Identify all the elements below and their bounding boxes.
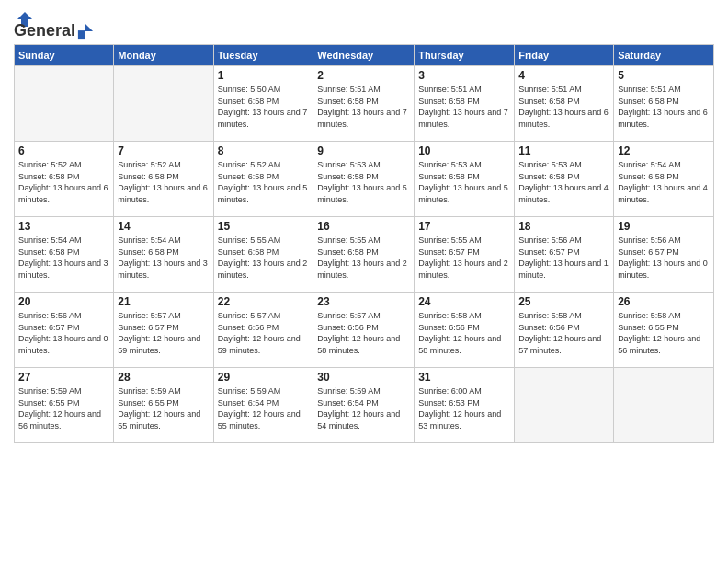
day-number: 17 bbox=[418, 220, 510, 233]
day-info: Sunrise: 5:54 AMSunset: 6:58 PMDaylight:… bbox=[618, 159, 710, 205]
calendar-cell: 25Sunrise: 5:58 AMSunset: 6:56 PMDayligh… bbox=[515, 293, 614, 368]
day-number: 16 bbox=[317, 220, 410, 233]
calendar-cell: 28Sunrise: 5:59 AMSunset: 6:55 PMDayligh… bbox=[114, 368, 213, 443]
calendar-cell: 29Sunrise: 5:59 AMSunset: 6:54 PMDayligh… bbox=[213, 368, 313, 443]
day-number: 23 bbox=[317, 295, 410, 308]
day-info: Sunrise: 5:56 AMSunset: 6:57 PMDaylight:… bbox=[618, 235, 710, 281]
day-info: Sunrise: 5:54 AMSunset: 6:58 PMDaylight:… bbox=[18, 235, 109, 281]
day-number: 12 bbox=[618, 144, 710, 157]
calendar-cell: 19Sunrise: 5:56 AMSunset: 6:57 PMDayligh… bbox=[614, 217, 714, 293]
day-number: 18 bbox=[518, 220, 609, 233]
svg-marker-1 bbox=[85, 23, 93, 30]
page-container: General SundayMondayTuesdayWednesdayThur… bbox=[0, 0, 728, 563]
column-header-thursday: Thursday bbox=[415, 45, 515, 66]
day-number: 7 bbox=[118, 144, 209, 157]
day-info: Sunrise: 5:57 AMSunset: 6:57 PMDaylight:… bbox=[118, 310, 209, 356]
logo: General bbox=[14, 9, 96, 37]
day-number: 11 bbox=[518, 144, 609, 157]
calendar-cell: 27Sunrise: 5:59 AMSunset: 6:55 PMDayligh… bbox=[15, 368, 114, 443]
day-number: 2 bbox=[317, 69, 410, 82]
day-info: Sunrise: 5:51 AMSunset: 6:58 PMDaylight:… bbox=[418, 84, 510, 130]
day-info: Sunrise: 5:58 AMSunset: 6:56 PMDaylight:… bbox=[518, 310, 609, 356]
calendar-cell: 23Sunrise: 5:57 AMSunset: 6:56 PMDayligh… bbox=[313, 293, 415, 368]
calendar-week-row: 27Sunrise: 5:59 AMSunset: 6:55 PMDayligh… bbox=[15, 368, 714, 443]
day-info: Sunrise: 5:57 AMSunset: 6:56 PMDaylight:… bbox=[317, 310, 410, 356]
day-number: 9 bbox=[317, 144, 410, 157]
svg-rect-2 bbox=[78, 30, 85, 39]
day-info: Sunrise: 5:51 AMSunset: 6:58 PMDaylight:… bbox=[518, 84, 609, 130]
day-info: Sunrise: 5:53 AMSunset: 6:58 PMDaylight:… bbox=[418, 159, 510, 205]
calendar-cell: 2Sunrise: 5:51 AMSunset: 6:58 PMDaylight… bbox=[313, 66, 415, 142]
calendar-cell: 22Sunrise: 5:57 AMSunset: 6:56 PMDayligh… bbox=[213, 293, 313, 368]
calendar-cell: 14Sunrise: 5:54 AMSunset: 6:58 PMDayligh… bbox=[114, 217, 213, 293]
calendar-cell bbox=[114, 66, 213, 142]
calendar-week-row: 20Sunrise: 5:56 AMSunset: 6:57 PMDayligh… bbox=[15, 293, 714, 368]
column-header-friday: Friday bbox=[515, 45, 614, 66]
calendar-cell: 30Sunrise: 5:59 AMSunset: 6:54 PMDayligh… bbox=[313, 368, 415, 443]
header: General bbox=[14, 9, 714, 37]
column-header-saturday: Saturday bbox=[614, 45, 714, 66]
day-info: Sunrise: 5:59 AMSunset: 6:55 PMDaylight:… bbox=[18, 385, 109, 431]
logo-general-line2: General bbox=[14, 21, 75, 40]
day-number: 28 bbox=[118, 371, 209, 384]
column-header-wednesday: Wednesday bbox=[313, 45, 415, 66]
calendar-cell: 24Sunrise: 5:58 AMSunset: 6:56 PMDayligh… bbox=[415, 293, 515, 368]
day-number: 4 bbox=[518, 69, 609, 82]
calendar-cell: 3Sunrise: 5:51 AMSunset: 6:58 PMDaylight… bbox=[415, 66, 515, 142]
day-info: Sunrise: 5:55 AMSunset: 6:57 PMDaylight:… bbox=[418, 235, 510, 281]
calendar-cell: 15Sunrise: 5:55 AMSunset: 6:58 PMDayligh… bbox=[213, 217, 313, 293]
day-number: 20 bbox=[18, 295, 109, 308]
day-info: Sunrise: 5:53 AMSunset: 6:58 PMDaylight:… bbox=[518, 159, 609, 205]
day-info: Sunrise: 5:59 AMSunset: 6:54 PMDaylight:… bbox=[317, 385, 410, 431]
calendar-cell: 4Sunrise: 5:51 AMSunset: 6:58 PMDaylight… bbox=[515, 66, 614, 142]
calendar-cell: 7Sunrise: 5:52 AMSunset: 6:58 PMDaylight… bbox=[114, 142, 213, 217]
day-info: Sunrise: 5:54 AMSunset: 6:58 PMDaylight:… bbox=[118, 235, 209, 281]
day-info: Sunrise: 5:55 AMSunset: 6:58 PMDaylight:… bbox=[218, 235, 310, 281]
day-info: Sunrise: 5:51 AMSunset: 6:58 PMDaylight:… bbox=[618, 84, 710, 130]
day-number: 10 bbox=[418, 144, 510, 157]
day-info: Sunrise: 5:57 AMSunset: 6:56 PMDaylight:… bbox=[218, 310, 310, 356]
day-number: 26 bbox=[618, 295, 710, 308]
day-info: Sunrise: 5:50 AMSunset: 6:58 PMDaylight:… bbox=[218, 84, 310, 130]
day-number: 29 bbox=[218, 371, 310, 384]
calendar-cell: 17Sunrise: 5:55 AMSunset: 6:57 PMDayligh… bbox=[415, 217, 515, 293]
day-info: Sunrise: 5:58 AMSunset: 6:55 PMDaylight:… bbox=[618, 310, 710, 356]
day-number: 27 bbox=[18, 371, 109, 384]
day-number: 1 bbox=[218, 69, 310, 82]
calendar-cell: 21Sunrise: 5:57 AMSunset: 6:57 PMDayligh… bbox=[114, 293, 213, 368]
calendar-week-row: 13Sunrise: 5:54 AMSunset: 6:58 PMDayligh… bbox=[15, 217, 714, 293]
day-info: Sunrise: 5:53 AMSunset: 6:58 PMDaylight:… bbox=[317, 159, 410, 205]
column-header-tuesday: Tuesday bbox=[213, 45, 313, 66]
day-info: Sunrise: 5:55 AMSunset: 6:58 PMDaylight:… bbox=[317, 235, 410, 281]
day-number: 21 bbox=[118, 295, 209, 308]
day-info: Sunrise: 6:00 AMSunset: 6:53 PMDaylight:… bbox=[418, 385, 510, 431]
calendar-body: 1Sunrise: 5:50 AMSunset: 6:58 PMDaylight… bbox=[15, 66, 714, 443]
day-number: 24 bbox=[418, 295, 510, 308]
day-number: 31 bbox=[418, 371, 510, 384]
day-info: Sunrise: 5:56 AMSunset: 6:57 PMDaylight:… bbox=[18, 310, 109, 356]
calendar-cell: 16Sunrise: 5:55 AMSunset: 6:58 PMDayligh… bbox=[313, 217, 415, 293]
calendar-cell: 5Sunrise: 5:51 AMSunset: 6:58 PMDaylight… bbox=[614, 66, 714, 142]
day-info: Sunrise: 5:58 AMSunset: 6:56 PMDaylight:… bbox=[418, 310, 510, 356]
column-header-monday: Monday bbox=[114, 45, 213, 66]
calendar-cell bbox=[614, 368, 714, 443]
calendar-cell: 20Sunrise: 5:56 AMSunset: 6:57 PMDayligh… bbox=[15, 293, 114, 368]
day-number: 25 bbox=[518, 295, 609, 308]
day-info: Sunrise: 5:59 AMSunset: 6:54 PMDaylight:… bbox=[218, 385, 310, 431]
day-number: 15 bbox=[218, 220, 310, 233]
calendar-cell: 9Sunrise: 5:53 AMSunset: 6:58 PMDaylight… bbox=[313, 142, 415, 217]
calendar-cell: 12Sunrise: 5:54 AMSunset: 6:58 PMDayligh… bbox=[614, 142, 714, 217]
logo-flag-icon bbox=[77, 23, 94, 40]
calendar-cell: 31Sunrise: 6:00 AMSunset: 6:53 PMDayligh… bbox=[415, 368, 515, 443]
day-number: 22 bbox=[218, 295, 310, 308]
day-number: 8 bbox=[218, 144, 310, 157]
calendar-week-row: 1Sunrise: 5:50 AMSunset: 6:58 PMDaylight… bbox=[15, 66, 714, 142]
day-info: Sunrise: 5:56 AMSunset: 6:57 PMDaylight:… bbox=[518, 235, 609, 281]
day-number: 13 bbox=[18, 220, 109, 233]
day-number: 6 bbox=[18, 144, 109, 157]
calendar-cell: 11Sunrise: 5:53 AMSunset: 6:58 PMDayligh… bbox=[515, 142, 614, 217]
calendar-week-row: 6Sunrise: 5:52 AMSunset: 6:58 PMDaylight… bbox=[15, 142, 714, 217]
day-info: Sunrise: 5:52 AMSunset: 6:58 PMDaylight:… bbox=[118, 159, 209, 205]
column-header-sunday: Sunday bbox=[15, 45, 114, 66]
day-number: 14 bbox=[118, 220, 209, 233]
